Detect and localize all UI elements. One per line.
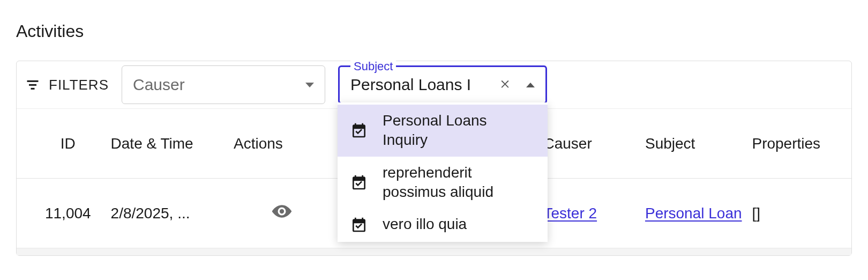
subject-option-vero[interactable]: vero illo quia [338,209,548,241]
subject-option-label: reprehenderit possimus aliquid [383,163,535,202]
svg-rect-2 [31,88,35,90]
view-action-button[interactable] [271,201,293,226]
causer-filter-placeholder: Causer [133,76,305,94]
subject-filter-select[interactable]: Subject Personal Loans I Personal Loans … [338,65,547,104]
col-header-properties[interactable]: Properties [752,135,843,152]
subject-option-reprehenderit[interactable]: reprehenderit possimus aliquid [338,157,548,209]
subject-option-personal-loans-inquiry[interactable]: Personal Loans Inquiry [338,105,548,157]
chevron-up-icon [526,83,535,87]
filters-row: FILTERS Causer Subject Personal Loans I [17,61,851,108]
calendar-check-icon [350,122,368,139]
cell-causer: Tester 2 [543,205,645,222]
col-header-actions: Actions [234,135,330,152]
clear-subject-button[interactable] [498,77,513,92]
cell-id: 11,004 [25,205,111,222]
cell-properties: [] [752,205,843,222]
svg-rect-1 [29,84,36,86]
causer-filter-select[interactable]: Causer [122,65,325,104]
subject-filter-value: Personal Loans I [350,76,493,94]
subject-filter-legend: Subject [350,60,396,73]
col-header-causer[interactable]: Causer [543,135,645,152]
calendar-check-icon [350,216,368,233]
causer-link[interactable]: Tester 2 [543,205,597,222]
page-title: Activities [16,21,852,41]
col-header-datetime[interactable]: Date & Time [111,135,234,152]
cell-subject: Personal Loan [645,205,752,222]
table-footer-strip [17,248,851,255]
close-icon [499,78,512,91]
activities-card: FILTERS Causer Subject Personal Loans I [16,61,852,256]
subject-dropdown: Personal Loans Inquiry reprehenderit pos… [338,102,548,242]
col-header-id[interactable]: ID [25,135,111,152]
col-header-subject[interactable]: Subject [645,135,752,152]
filters-label-wrap: FILTERS [25,77,109,93]
subject-option-label: Personal Loans Inquiry [383,111,535,150]
calendar-check-icon [350,174,368,191]
eye-icon [271,201,293,222]
subject-link[interactable]: Personal Loan [645,205,742,222]
filters-label: FILTERS [49,77,109,93]
filter-icon [25,77,40,92]
cell-actions [234,201,330,226]
svg-rect-0 [27,80,39,82]
cell-datetime: 2/8/2025, ... [111,205,234,222]
subject-option-label: vero illo quia [383,215,467,234]
chevron-down-icon [305,83,314,87]
